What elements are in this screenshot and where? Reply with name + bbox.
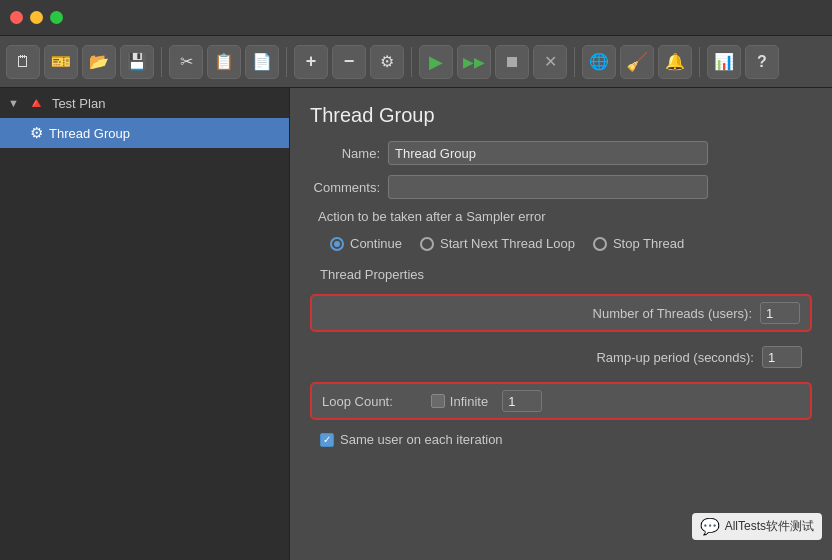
name-label: Name:	[310, 146, 380, 161]
remote-stop-button[interactable]: 🔔	[658, 45, 692, 79]
watermark-text: AllTests软件测试	[725, 518, 814, 535]
titlebar	[0, 0, 832, 36]
radio-start-next-label: Start Next Thread Loop	[440, 236, 575, 251]
radio-stop-thread-label: Stop Thread	[613, 236, 684, 251]
separator-1	[161, 47, 162, 77]
radio-stop-thread[interactable]: Stop Thread	[593, 236, 684, 251]
help-button[interactable]: ?	[745, 45, 779, 79]
thread-properties-title: Thread Properties	[320, 267, 812, 282]
separator-2	[286, 47, 287, 77]
traffic-lights	[10, 11, 63, 24]
radio-start-next[interactable]: Start Next Thread Loop	[420, 236, 575, 251]
loop-count-label: Loop Count:	[322, 394, 393, 409]
remove-button[interactable]: −	[332, 45, 366, 79]
main-layout: ▼ 🔺 Test Plan ⚙ Thread Group Thread Grou…	[0, 88, 832, 560]
maximize-button[interactable]	[50, 11, 63, 24]
same-user-row: ✓ Same user on each iteration	[310, 428, 812, 451]
num-threads-input[interactable]	[760, 302, 800, 324]
remote-clear-button[interactable]: 🧹	[620, 45, 654, 79]
ramp-up-input[interactable]	[762, 346, 802, 368]
sidebar-item-test-plan[interactable]: ▼ 🔺 Test Plan	[0, 88, 289, 118]
comments-input[interactable]	[388, 175, 708, 199]
thread-group-icon: ⚙	[30, 124, 43, 142]
separator-3	[411, 47, 412, 77]
radio-continue-label: Continue	[350, 236, 402, 251]
close-button[interactable]	[10, 11, 23, 24]
loop-count-input[interactable]	[502, 390, 542, 412]
watermark: 💬 AllTests软件测试	[692, 513, 822, 540]
same-user-label: Same user on each iteration	[340, 432, 503, 447]
start-no-pause-button[interactable]: ▶▶	[457, 45, 491, 79]
wechat-icon: 💬	[700, 517, 720, 536]
copy-button[interactable]: 📋	[207, 45, 241, 79]
name-row: Name:	[310, 141, 812, 165]
infinite-checkbox-container[interactable]: Infinite	[431, 394, 488, 409]
template-button[interactable]: 🎫	[44, 45, 78, 79]
toolbar: 🗒 🎫 📂 💾 ✂ 📋 📄 + − ⚙ ▶ ▶▶ ⏹ ✕ 🌐 🧹 🔔 📊 ?	[0, 36, 832, 88]
num-threads-row: Number of Threads (users):	[310, 294, 812, 332]
separator-5	[699, 47, 700, 77]
clear-all-button[interactable]: 📊	[707, 45, 741, 79]
comments-row: Comments:	[310, 175, 812, 199]
radio-stop-thread-circle	[593, 237, 607, 251]
panel-title: Thread Group	[310, 104, 812, 127]
save-button[interactable]: 💾	[120, 45, 154, 79]
cut-button[interactable]: ✂	[169, 45, 203, 79]
open-button[interactable]: 📂	[82, 45, 116, 79]
paste-button[interactable]: 📄	[245, 45, 279, 79]
action-section-label: Action to be taken after a Sampler error	[318, 209, 812, 224]
radio-start-next-circle	[420, 237, 434, 251]
minimize-button[interactable]	[30, 11, 43, 24]
ramp-up-row: Ramp-up period (seconds):	[310, 340, 812, 374]
sidebar: ▼ 🔺 Test Plan ⚙ Thread Group	[0, 88, 290, 560]
infinite-checkbox[interactable]	[431, 394, 445, 408]
same-user-checkbox[interactable]: ✓	[320, 433, 334, 447]
stop-button[interactable]: ⏹	[495, 45, 529, 79]
shutdown-button[interactable]: ✕	[533, 45, 567, 79]
content-panel: Thread Group Name: Comments: Action to b…	[290, 88, 832, 560]
function-button[interactable]: ⚙	[370, 45, 404, 79]
num-threads-label: Number of Threads (users):	[322, 306, 752, 321]
radio-continue[interactable]: Continue	[330, 236, 402, 251]
radio-continue-circle	[330, 237, 344, 251]
arrow-icon: ▼	[8, 97, 19, 109]
new-button[interactable]: 🗒	[6, 45, 40, 79]
sidebar-thread-group-label: Thread Group	[49, 126, 130, 141]
infinite-label: Infinite	[450, 394, 488, 409]
sidebar-test-plan-label: Test Plan	[52, 96, 105, 111]
radio-group: Continue Start Next Thread Loop Stop Thr…	[310, 236, 812, 251]
separator-4	[574, 47, 575, 77]
remote-start-button[interactable]: 🌐	[582, 45, 616, 79]
thread-properties: Thread Properties Number of Threads (use…	[310, 267, 812, 451]
ramp-up-label: Ramp-up period (seconds):	[320, 350, 754, 365]
sidebar-item-thread-group[interactable]: ⚙ Thread Group	[0, 118, 289, 148]
add-button[interactable]: +	[294, 45, 328, 79]
name-input[interactable]	[388, 141, 708, 165]
test-plan-icon: 🔺	[27, 94, 46, 112]
start-button[interactable]: ▶	[419, 45, 453, 79]
loop-count-row: Loop Count: Infinite	[310, 382, 812, 420]
comments-label: Comments:	[310, 180, 380, 195]
